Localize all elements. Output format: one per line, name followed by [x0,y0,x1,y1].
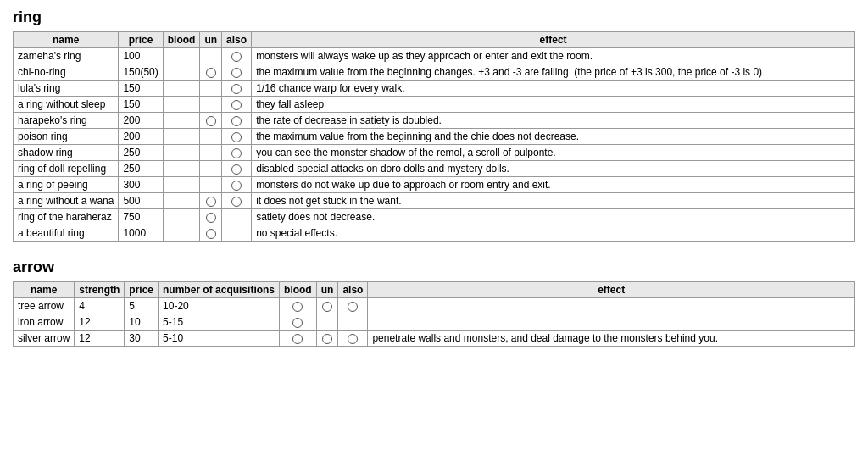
cell-acq: 10-20 [159,298,280,314]
cell-price: 1000 [119,225,163,242]
cell-un [200,209,222,225]
cell-blood [163,97,200,113]
cell-strength: 4 [75,298,125,314]
cell-name: a ring without a wana [14,193,119,209]
cell-name: poison ring [14,129,119,145]
circle-icon [231,100,242,110]
cell-price: 300 [119,177,163,193]
circle-icon [231,116,242,126]
cell-effect [368,314,855,331]
cell-also [222,177,252,193]
circle-icon [231,132,242,142]
cell-blood [163,64,200,81]
col-effect: effect [252,32,855,48]
cell-blood [163,81,200,97]
cell-name: chi-no-ring [14,64,119,81]
cell-effect: it does not get stuck in the want. [252,193,855,209]
arrow-table: name strength price number of acquisitio… [13,281,855,347]
cell-also [222,209,252,225]
cell-un [200,177,222,193]
table-row: a ring of peeing 300 monsters do not wak… [14,177,855,193]
cell-also [222,81,252,97]
cell-un [200,81,222,97]
cell-effect: satiety does not decrease. [252,209,855,225]
cell-un [200,145,222,161]
cell-acq: 5-15 [159,314,280,331]
cell-effect [368,298,855,314]
cell-also [222,64,252,81]
circle-icon [348,302,358,312]
cell-price: 200 [119,113,163,129]
cell-price: 250 [119,161,163,177]
cell-blood [163,225,200,242]
col-name: name [14,282,75,298]
cell-name: ring of the haraheraz [14,209,119,225]
cell-effect: penetrate walls and monsters, and deal d… [368,331,855,347]
table-row: poison ring 200 the maximum value from t… [14,129,855,145]
cell-effect: 1/16 chance warp for every walk. [252,81,855,97]
col-also: also [338,282,368,298]
cell-also [222,161,252,177]
cell-un [200,97,222,113]
cell-name: shadow ring [14,145,119,161]
cell-also [222,97,252,113]
cell-name: tree arrow [14,298,75,314]
cell-name: ring of doll repelling [14,161,119,177]
ring-table: name price blood un also effect zameha's… [13,31,855,242]
cell-also [222,48,252,64]
cell-blood [163,177,200,193]
cell-blood [280,331,317,347]
circle-icon [206,116,216,126]
table-row: a beautiful ring 1000 no special effects… [14,225,855,242]
cell-also [338,314,368,331]
cell-also [338,298,368,314]
col-acq: number of acquisitions [159,282,280,298]
circle-icon [231,197,242,207]
cell-effect: you can see the monster shadow of the re… [252,145,855,161]
cell-un [200,193,222,209]
cell-un [316,331,338,347]
table-row: silver arrow 12 30 5-10 penetrate walls … [14,331,855,347]
cell-un [316,314,338,331]
col-also: also [222,32,252,48]
cell-also [222,225,252,242]
arrow-section: arrow name strength price number of acqu… [13,258,855,347]
cell-price: 500 [119,193,163,209]
cell-blood [163,145,200,161]
cell-name: lula's ring [14,81,119,97]
ring-title: ring [13,8,855,26]
cell-effect: the maximum value from the beginning and… [252,129,855,145]
circle-icon [292,334,303,344]
cell-also [222,193,252,209]
col-effect: effect [368,282,855,298]
cell-un [200,161,222,177]
cell-acq: 5-10 [159,331,280,347]
cell-effect: no special effects. [252,225,855,242]
table-row: shadow ring 250 you can see the monster … [14,145,855,161]
cell-name: a beautiful ring [14,225,119,242]
col-price: price [125,282,159,298]
cell-effect: monsters will always wake up as they app… [252,48,855,64]
cell-strength: 12 [75,314,125,331]
cell-strength: 12 [75,331,125,347]
col-strength: strength [75,282,125,298]
col-price: price [119,32,163,48]
table-row: tree arrow 4 5 10-20 [14,298,855,314]
table-row: iron arrow 12 10 5-15 [14,314,855,331]
cell-un [316,298,338,314]
cell-un [200,113,222,129]
cell-price: 30 [125,331,159,347]
circle-icon [348,334,358,344]
col-blood: blood [280,282,317,298]
circle-icon [206,68,216,78]
circle-icon [231,148,242,158]
table-row: zameha's ring 100 monsters will always w… [14,48,855,64]
col-name: name [14,32,119,48]
circle-icon [322,302,332,312]
cell-name: zameha's ring [14,48,119,64]
table-row: a ring without sleep 150 they fall aslee… [14,97,855,113]
ring-section: ring name price blood un also effect zam… [13,8,855,242]
cell-blood [280,298,317,314]
cell-price: 5 [125,298,159,314]
cell-effect: the maximum value from the beginning cha… [252,64,855,81]
